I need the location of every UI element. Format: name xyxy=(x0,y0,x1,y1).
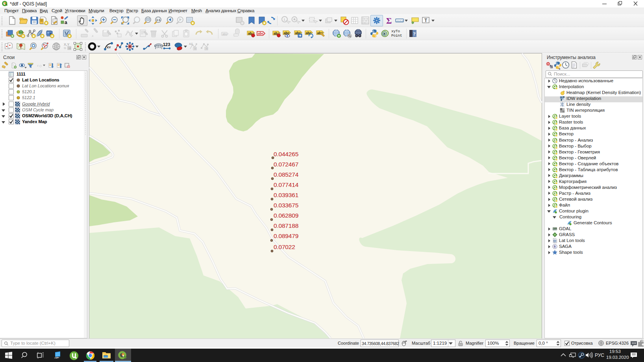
svg-text:abc: abc xyxy=(258,31,264,35)
svg-text:0.089479: 0.089479 xyxy=(274,233,298,239)
svg-text:W: W xyxy=(194,47,197,50)
svg-text:abc: abc xyxy=(222,32,228,36)
svg-text:0.062809: 0.062809 xyxy=(274,212,298,219)
svg-text:XY: XY xyxy=(107,46,111,49)
svg-text:a: a xyxy=(65,20,67,25)
svg-text:0.087188: 0.087188 xyxy=(274,222,298,229)
svg-text:0.077414: 0.077414 xyxy=(274,181,299,188)
svg-text:W: W xyxy=(68,47,71,50)
svg-text:GDAL: GDAL xyxy=(553,229,557,231)
svg-text:Σ: Σ xyxy=(386,16,392,26)
svg-text:123: 123 xyxy=(163,42,170,47)
svg-text:?: ? xyxy=(413,31,416,37)
svg-text:W: W xyxy=(205,47,208,50)
svg-text:Point: Point xyxy=(391,33,402,38)
svg-text:X,Y: X,Y xyxy=(64,42,70,46)
svg-text:xyTo: xyTo xyxy=(391,29,400,33)
svg-text:0.044265: 0.044265 xyxy=(274,151,298,157)
svg-text:ab: ab xyxy=(248,31,252,35)
svg-text:ε: ε xyxy=(37,63,39,67)
svg-text:0.033675: 0.033675 xyxy=(274,202,298,209)
svg-text:0.085274: 0.085274 xyxy=(274,171,299,178)
svg-text:S: S xyxy=(554,245,556,248)
svg-text:T: T xyxy=(424,18,427,23)
svg-text:0.072467: 0.072467 xyxy=(274,161,298,168)
svg-text:ab: ab xyxy=(274,31,278,35)
svg-text:0.07022: 0.07022 xyxy=(274,244,295,250)
svg-text:1:1: 1:1 xyxy=(156,18,160,21)
svg-text:0.039361: 0.039361 xyxy=(274,192,298,198)
svg-text:i: i xyxy=(284,17,285,22)
